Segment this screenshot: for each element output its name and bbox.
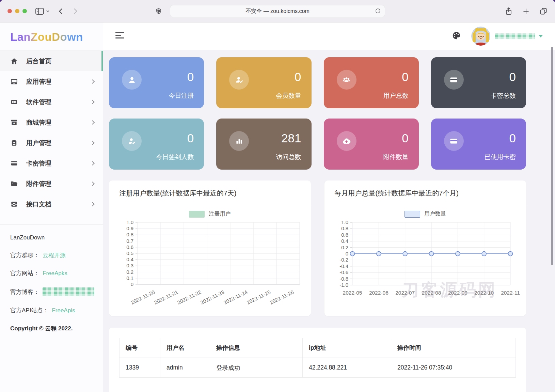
sidebar-chevron-down-icon[interactable] xyxy=(46,9,50,13)
svg-text:2022-11-22: 2022-11-22 xyxy=(176,289,202,305)
stat-card-total-visits: 281 访问总数 xyxy=(216,119,311,170)
sidebar-item-label: 后台首页 xyxy=(26,57,51,65)
column-header-id: 编号 xyxy=(120,338,160,358)
inbox-icon xyxy=(10,200,18,208)
svg-text:2022-11-20: 2022-11-20 xyxy=(130,289,156,305)
svg-text:1.0: 1.0 xyxy=(126,219,133,225)
chart-title: 每月用户总量(统计数据库中最近的7个月) xyxy=(324,181,526,205)
stat-card-total-cardkeys: 0 卡密总数 xyxy=(431,57,526,108)
svg-text:0.2: 0.2 xyxy=(341,245,348,250)
sidebar-item-label: 接口文档 xyxy=(26,200,51,208)
svg-text:-0.6: -0.6 xyxy=(339,269,348,275)
svg-text:2022-11-26: 2022-11-26 xyxy=(269,289,295,305)
sidebar-item-mall-management[interactable]: G 商城管理 xyxy=(0,112,103,132)
cell-ip: 42.224.88.221 xyxy=(303,358,391,378)
stat-card-total-users: 0 用户总数 xyxy=(324,57,419,108)
stat-value: 0 xyxy=(187,70,194,84)
chevron-right-icon xyxy=(90,202,95,206)
legend-swatch xyxy=(189,211,205,218)
footer-label: 官方群聊： xyxy=(10,251,39,259)
bar-chart-weekly-registrations: 1.00.90.80.70.60.50.40.30.20.102022-11-2… xyxy=(110,218,310,311)
svg-text:0.5: 0.5 xyxy=(126,250,133,256)
sidebar-toggle-icon[interactable] xyxy=(35,7,44,15)
svg-text:0.4: 0.4 xyxy=(341,238,348,244)
sidebar-item-app-management[interactable]: 应用管理 xyxy=(0,71,103,92)
footer-label: 官方博客： xyxy=(10,288,39,296)
chart-card-monthly-users: 每月用户总量(统计数据库中最近的7个月) 用户数量 1.00.80.60.40.… xyxy=(324,181,526,316)
sidebar-item-api-docs[interactable]: 接口文档 xyxy=(0,194,103,214)
person-edit-icon xyxy=(122,131,142,151)
reload-icon[interactable] xyxy=(375,7,381,14)
operation-log-table: 编号 用户名 操作信息 ip地址 操作时间 1339 admin xyxy=(119,338,516,378)
stat-label: 今日签到人数 xyxy=(156,153,194,161)
menu-toggle-icon[interactable] xyxy=(115,32,125,40)
stat-value: 0 xyxy=(295,70,301,84)
stat-card-attachment-count: 0 附件数量 xyxy=(324,119,419,170)
svg-text:1.0: 1.0 xyxy=(341,219,348,225)
svg-text:-0.2: -0.2 xyxy=(339,257,348,263)
sidebar-item-software-management[interactable]: 软件管理 xyxy=(0,92,103,112)
topbar xyxy=(103,22,555,50)
copyright-text: Copyright © 云程 2022. xyxy=(10,325,96,332)
svg-text:0.4: 0.4 xyxy=(126,256,133,262)
card-icon xyxy=(444,131,464,151)
svg-text:2022-06: 2022-06 xyxy=(369,290,388,296)
footer-link-blog-redacted[interactable] xyxy=(43,287,94,296)
card-icon xyxy=(10,159,18,167)
browser-toolbar: 不安全 — zou.koicms.com xyxy=(0,0,555,22)
home-icon xyxy=(10,57,18,65)
footer-link-qq-group[interactable]: 云程开源 xyxy=(43,251,66,259)
operation-log-card: 编号 用户名 操作信息 ip地址 操作时间 1339 admin xyxy=(109,328,526,392)
table-row[interactable]: 1339 admin 登录成功 42.224.88.221 2022-11-26… xyxy=(120,358,516,378)
svg-text:2022-05: 2022-05 xyxy=(343,290,362,296)
chart-legend[interactable]: 用户数量 xyxy=(324,210,526,218)
footer-link-api-site[interactable]: FreeApis xyxy=(52,307,75,314)
back-button[interactable] xyxy=(57,7,65,15)
sidebar-item-dashboard[interactable]: 后台首页 xyxy=(0,51,103,71)
store-icon: G xyxy=(10,119,18,126)
forward-button[interactable] xyxy=(71,7,79,15)
page-scrollbar[interactable] xyxy=(551,47,553,265)
stat-card-today-registrations: 0 今日注册 xyxy=(109,57,204,108)
address-bar[interactable]: 不安全 — zou.koicms.com xyxy=(170,5,385,17)
stat-label: 附件数量 xyxy=(383,153,409,161)
stat-card-member-count: 0 会员数量 xyxy=(216,57,311,108)
new-tab-icon[interactable] xyxy=(522,7,530,15)
svg-text:0.6: 0.6 xyxy=(126,244,133,250)
sidebar-item-user-management[interactable]: 用户管理 xyxy=(0,132,103,153)
close-window-button[interactable] xyxy=(7,9,12,13)
stat-value: 0 xyxy=(402,131,408,145)
chart-title: 注册用户数量(统计数据库中最近的7天) xyxy=(109,181,311,205)
app-logo[interactable]: LanZouDown xyxy=(0,22,103,51)
svg-text:0.2: 0.2 xyxy=(126,269,133,275)
svg-text:0.6: 0.6 xyxy=(341,232,348,238)
stat-value: 0 xyxy=(402,70,408,84)
chart-legend[interactable]: 注册用户 xyxy=(109,210,311,218)
theme-palette-icon[interactable] xyxy=(452,31,461,42)
user-badge-icon xyxy=(10,139,18,147)
folder-icon xyxy=(10,180,18,188)
stat-value: 281 xyxy=(281,131,301,145)
chevron-right-icon xyxy=(90,182,95,186)
footer-link-website[interactable]: FreeApks xyxy=(43,270,67,277)
svg-text:-0.8: -0.8 xyxy=(339,276,348,282)
user-avatar[interactable] xyxy=(471,27,490,46)
privacy-shield-icon[interactable] xyxy=(155,7,162,15)
chevron-right-icon xyxy=(90,161,95,166)
sidebar-item-attachment-management[interactable]: 附件管理 xyxy=(0,173,103,194)
infinity-icon xyxy=(10,98,18,106)
user-menu-caret-icon[interactable] xyxy=(539,35,543,37)
zoom-window-button[interactable] xyxy=(22,9,27,13)
minimize-window-button[interactable] xyxy=(15,9,19,13)
cell-operation: 登录成功 xyxy=(210,358,303,378)
person-check-icon xyxy=(229,70,249,90)
person-icon xyxy=(122,70,142,90)
stat-label: 今日注册 xyxy=(169,91,194,100)
share-icon[interactable] xyxy=(505,7,513,16)
line-chart-monthly-users: 1.00.80.60.40.20-0.2-0.4-0.6-0.8-1.02022… xyxy=(327,218,523,311)
svg-text:2022-09: 2022-09 xyxy=(448,290,467,296)
sidebar-item-cardkey-management[interactable]: 卡密管理 xyxy=(0,153,103,173)
tab-overview-icon[interactable] xyxy=(539,7,548,15)
cell-time: 2022-11-26 07:35:40 xyxy=(391,358,516,378)
svg-text:0: 0 xyxy=(346,251,348,256)
